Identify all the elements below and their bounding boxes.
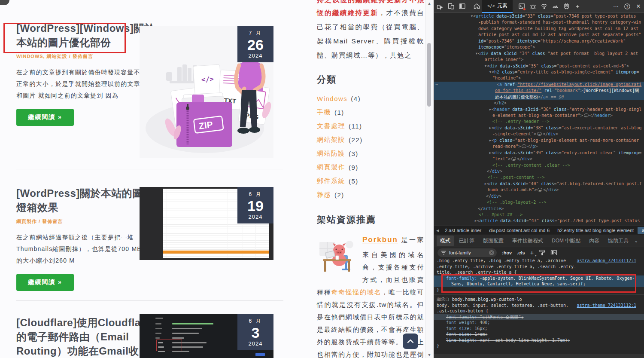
dom-node-line[interactable]: ▶<div data-s3cid="39" class="entry-conte…: [434, 150, 644, 156]
breadcrumb-item[interactable]: div.post-content.ast-col-md-6: [485, 227, 553, 234]
scroll-up-arrow[interactable]: ▲: [425, 1, 433, 6]
expand-node-icon[interactable]: …: [511, 157, 516, 161]
dom-node-line[interactable]: "text">…</div>: [434, 156, 644, 162]
more-options-icon[interactable]: ⋯: [611, 0, 622, 12]
dom-node-line[interactable]: ▶<article data-s3cid="43" class="post-72…: [434, 218, 644, 224]
dom-node-selected[interactable]: 於本站的圖片優化部份</a> == $0: [434, 94, 644, 100]
post-title-link[interactable]: [Cloudflare]使用Cloudflare的電子郵件路由（EmailRou…: [16, 315, 137, 358]
styles-tab-5[interactable]: 內容: [586, 236, 603, 246]
category-link[interactable]: Windows: [317, 95, 347, 102]
memory-icon[interactable]: [561, 0, 572, 12]
chevron-down-icon[interactable]: ⌄: [635, 239, 641, 243]
rule-close-brace[interactable]: }: [434, 343, 644, 349]
overridden-declaration[interactable]: font-weight: 400;: [434, 320, 644, 326]
dom-node-line[interactable]: ▶<header data-s3cid="36" class="entry-he…: [434, 107, 644, 113]
overridden-declaration[interactable]: line-height: var(--ast-body-line-height,…: [434, 337, 644, 343]
css-selector[interactable]: .ast-custom-button {: [434, 308, 644, 314]
category-link[interactable]: 網頁製作: [317, 163, 345, 171]
read-more-button[interactable]: 繼續閱讀 »: [16, 109, 74, 126]
dom-node-line[interactable]: ▶<div data-s3cid="38" class="ast-excerpt…: [434, 125, 644, 131]
porkbun-link[interactable]: Porkbun: [362, 233, 398, 246]
clear-filter-icon[interactable]: ✕: [489, 250, 494, 255]
dom-node-line[interactable]: humb ast-col-md-6">…</div>: [434, 187, 644, 193]
inherited-node-link[interactable]: body.home.blog.wp-custom-lo: [452, 297, 522, 302]
post-title-link[interactable]: [WordPress]關於本站的圖片燈箱效果: [16, 186, 137, 214]
dom-node-line[interactable]: ▼<div data-s3cid="34" class="ast-post-fo…: [434, 51, 644, 57]
dock-side-icon[interactable]: [456, 0, 468, 12]
dom-node-line[interactable]: ▶<p class="ast-blog-single-element ast-r…: [434, 138, 644, 144]
computed-panel-icon[interactable]: [550, 250, 557, 256]
toggle-hover-state-button[interactable]: :hov: [502, 250, 512, 255]
inherited-from-label[interactable]: 繼承自 body.home.blog.wp-custom-lo: [434, 297, 644, 303]
dom-node-selected[interactable]: ⋯<a href="https://fixwebsitelayout.click…: [434, 82, 644, 88]
back-to-top-button[interactable]: [403, 334, 418, 349]
dom-node-line[interactable]: </h2>: [434, 100, 644, 106]
breadcrumb-item[interactable]: 2.ast-article-inner: [441, 227, 485, 234]
dom-node-line[interactable]: read-more">…</p>: [434, 144, 644, 150]
scroll-down-arrow[interactable]: ▼: [425, 353, 433, 357]
dom-node-line[interactable]: article-post ast-col-md-12 ast-archive-p…: [434, 32, 644, 38]
dom-node-line[interactable]: itemscope="itemscope">: [434, 44, 644, 50]
inspect-element-icon[interactable]: [434, 0, 445, 12]
dom-node-line[interactable]: -single-element">…</div>: [434, 131, 644, 137]
dom-node-selected[interactable]: on-for-this-site/" rel="bookmark">[WordP…: [434, 88, 644, 94]
styles-tab-0[interactable]: 樣式: [437, 236, 454, 246]
dom-node-line[interactable]: -publish format-standard has-post-thumbn…: [434, 19, 644, 25]
dom-node-line[interactable]: </div>: [434, 193, 644, 199]
post-meta[interactable]: WINDOWS, 網站架設 / 發佈留言: [16, 53, 137, 60]
style-filter-input[interactable]: font-family ✕: [437, 248, 497, 257]
add-tool-icon[interactable]: +: [572, 0, 583, 12]
breadcrumb-item[interactable]: h2.entry-title.ast-blog-single-element: [553, 227, 638, 234]
node-actions-icon[interactable]: ⋯: [435, 82, 438, 88]
breadcrumb-scroll-left[interactable]: ◀: [434, 229, 441, 233]
device-emulation-icon[interactable]: [445, 0, 456, 12]
css-selector[interactable]: body, button, input, select, textarea, .…: [434, 303, 644, 309]
dom-node-line[interactable]: ▼<div data-s3cid="35" class="post-conten…: [434, 63, 644, 69]
read-more-button[interactable]: 繼續閱讀 »: [16, 274, 74, 291]
toggle-classes-button[interactable]: .cls: [517, 250, 525, 255]
expand-node-icon[interactable]: …: [538, 188, 542, 192]
network-icon[interactable]: [538, 0, 550, 12]
styles-tab-4[interactable]: DOM 中斷點: [548, 236, 584, 246]
paint-format-icon[interactable]: [539, 249, 545, 256]
styles-pane[interactable]: .blog .entry-title, .blog .entry-title a…: [434, 258, 644, 358]
close-icon[interactable]: ✕: [633, 0, 644, 12]
help-icon[interactable]: ?: [622, 0, 633, 12]
dom-node-line[interactable]: "headline">: [434, 75, 644, 81]
breadcrumb-item[interactable]: a: [638, 227, 644, 234]
category-link[interactable]: 網站防護: [317, 150, 345, 158]
dom-node-line[interactable]: ▼<article data-s3cid="33" class="post-73…: [434, 13, 644, 19]
debugger-icon[interactable]: [527, 0, 538, 12]
css-selector[interactable]: .blog .entry-title, .blog .entry-title a…: [434, 258, 644, 264]
dom-node-line[interactable]: ▶<div data-s3cid="40" class="ast-blog-fe…: [434, 181, 644, 187]
styles-tab-2[interactable]: 版面配置: [480, 236, 507, 246]
odd-domains-link[interactable]: 奇奇怪怪的域名: [331, 288, 381, 296]
overridden-declaration[interactable]: font-size: 16px;: [434, 326, 644, 332]
css-selector[interactable]: .entry-title, .archive .entry-title a, .…: [434, 264, 644, 270]
dom-node-line[interactable]: </article>: [434, 206, 644, 212]
category-link[interactable]: 手機: [317, 108, 331, 116]
dom-node-line[interactable]: <!-- .entry-content .clear -->: [434, 162, 644, 168]
scrollbar-thumb[interactable]: [427, 43, 431, 107]
new-style-rule-button[interactable]: +▾: [530, 249, 534, 256]
expand-node-icon[interactable]: …: [522, 144, 526, 148]
dom-node-line[interactable]: </div>: [434, 168, 644, 174]
dom-node-line[interactable]: <!-- #post-## -->: [434, 212, 644, 218]
category-link[interactable]: 雜感: [317, 191, 331, 199]
dom-node-line[interactable]: dows category-website-building tag-wordp…: [434, 26, 644, 32]
console-icon[interactable]: [516, 0, 527, 12]
dom-node-line[interactable]: e-element ast-blog-meta-container">…</he…: [434, 113, 644, 119]
dom-tree[interactable]: ▼<article data-s3cid="33" class="post-73…: [434, 13, 644, 226]
styles-tab-1[interactable]: 已計算: [456, 236, 478, 246]
category-link[interactable]: 郵件系統: [317, 177, 345, 185]
overridden-declaration[interactable]: font-family: "cjkFonts 全瀨體";: [434, 314, 644, 320]
dom-node-line[interactable]: <!-- .post-content -->: [434, 174, 644, 181]
styles-tab-3[interactable]: 事件接聽程式: [509, 236, 547, 246]
category-link[interactable]: 文書處理: [317, 122, 345, 130]
page-scrollbar[interactable]: ▲ ▼: [425, 0, 433, 358]
category-link[interactable]: 網站架設: [317, 136, 345, 144]
dom-node-line[interactable]: ▼<h2 class="entry-title ast-blog-single-…: [434, 69, 644, 75]
dom-node-line[interactable]: <!-- .entry-header -->: [434, 119, 644, 125]
dom-node-line[interactable]: id="post-7346" itemtype="https://schema.…: [434, 38, 644, 44]
stylesheet-link[interactable]: astra-addon_724133112:1: [577, 258, 636, 264]
